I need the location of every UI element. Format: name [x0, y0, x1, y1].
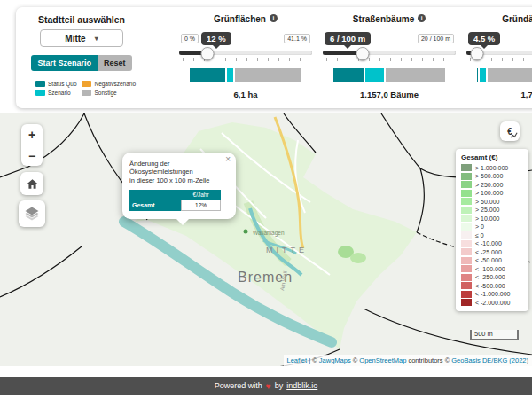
scenario-color-legend: Status Quo Negativszenario Szenario Sons… — [35, 81, 137, 96]
attribution-text: | © — [307, 356, 319, 364]
map-legend-swatch — [461, 291, 472, 298]
popup-table-corner — [129, 190, 182, 200]
map-legend-swatch — [461, 198, 472, 205]
map-legend-row: < -25.000 — [461, 248, 523, 255]
start-szenario-button[interactable]: Start Szenario — [31, 55, 98, 71]
status-quo-segment — [477, 68, 478, 82]
map-legend-title: Gesamt (€) — [461, 153, 523, 161]
map-legend-label: < -10.000 — [475, 240, 502, 246]
map: Wallanlagen MITTE Bremen Am Wall + − € G… — [0, 113, 532, 366]
map-legend-label: < -2.000.000 — [475, 300, 511, 306]
map-legend-row: < -100.000 — [461, 265, 523, 272]
district-selector-block: Stadtteil auswählen Mitte ▾ Start Szenar… — [27, 14, 137, 108]
legend-item: Szenario — [35, 90, 82, 96]
slider-track[interactable] — [323, 51, 456, 55]
map-legend-label: > 1.000.000 — [475, 165, 508, 171]
home-button[interactable] — [20, 172, 43, 195]
map-legend-swatch — [461, 207, 472, 214]
sonstige-segment — [386, 68, 445, 82]
attribution: Leaflet | © JawgMaps © OpenStreetMap con… — [284, 355, 532, 366]
slider-handle[interactable] — [471, 47, 484, 60]
map-legend-label: < -500.000 — [475, 283, 505, 289]
district-dropdown-value: Mitte — [65, 34, 85, 43]
park-patch — [350, 253, 366, 263]
map-legend-row: > 10.000 — [461, 215, 523, 222]
map-legend-row: > 1.000.000 — [461, 164, 523, 171]
slider-group: Straßenbäumei 6 / 100 m 20 / 100 m 1.157… — [323, 14, 456, 108]
map-legend-row: > 100.000 — [461, 190, 523, 197]
map-legend-label: ≤ 0 — [475, 232, 484, 239]
popup-table: €/Jahr Gesamt 12% — [129, 190, 221, 211]
slider-result-value: 6,1 ha — [179, 90, 312, 99]
map-legend-row: < -1.000.000 — [461, 291, 523, 298]
slider-group: Gründächeri 4.5 % 1,7 ha — [466, 14, 532, 108]
slider-min-label: 0 % — [181, 34, 199, 43]
legend-swatch — [82, 81, 91, 87]
slider-max-label: 41.1 % — [284, 34, 310, 43]
map-legend-label: < -100.000 — [475, 266, 505, 272]
leaflet-link[interactable]: Leaflet — [287, 356, 308, 364]
scale-bar: 500 m — [470, 330, 519, 340]
slider-track[interactable] — [466, 51, 532, 55]
slider-track[interactable] — [179, 51, 312, 55]
geobasis-link[interactable]: GeoBasis DE/BKG (2022) — [451, 356, 528, 364]
map-legend-row: < -50.000 — [461, 257, 523, 264]
info-icon[interactable]: i — [418, 14, 426, 22]
slider-handle[interactable] — [200, 47, 214, 60]
district-dropdown[interactable]: Mitte ▾ — [40, 29, 123, 47]
slider-group: Grünflächeni 0 % 12 % 41.1 % 6,1 ha — [179, 14, 312, 108]
map-canvas[interactable]: Wallanlagen MITTE Bremen Am Wall — [0, 113, 532, 366]
map-legend-swatch — [461, 231, 472, 239]
map-legend-row: > 50.000 — [461, 198, 523, 205]
layers-icon — [24, 206, 40, 222]
map-legend-row: < -250.000 — [461, 274, 523, 281]
zoom-out-button[interactable]: − — [21, 145, 43, 166]
info-icon[interactable]: i — [270, 14, 278, 22]
slider-max-label: 20 / 100 m — [418, 34, 454, 43]
map-legend-label: > 0 — [475, 223, 484, 230]
control-panel: Stadtteil auswählen Mitte ▾ Start Szenar… — [16, 7, 532, 108]
attribution-text: © — [351, 356, 360, 364]
home-icon — [26, 177, 39, 191]
reset-button[interactable]: Reset — [98, 55, 132, 71]
chart-icon — [510, 131, 518, 139]
footer-link[interactable]: indblik.io — [286, 381, 317, 390]
slider-value-tooltip: 4.5 % — [468, 32, 500, 45]
map-legend-label: > 500.000 — [475, 173, 503, 179]
map-legend-label: > 100.000 — [475, 190, 503, 196]
map-legend-label: < -1.000.000 — [475, 291, 511, 297]
popup-table-header: €/Jahr — [182, 190, 221, 200]
tree-icon — [244, 230, 248, 234]
legend-item: Sonstige — [82, 90, 137, 96]
slider-handle[interactable] — [356, 47, 370, 60]
osm-link[interactable]: OpenStreetMap — [359, 356, 406, 364]
euro-stats-button[interactable]: € — [500, 121, 520, 141]
map-legend-swatch — [461, 240, 472, 247]
slider-value-tooltip: 12 % — [201, 32, 231, 45]
map-legend-label: > 25.000 — [475, 207, 499, 213]
status-bar — [477, 68, 532, 82]
jawg-link[interactable]: JawgMaps — [319, 356, 351, 364]
layers-button[interactable] — [19, 200, 45, 227]
szenario-segment — [365, 68, 384, 82]
map-legend-row: > 500.000 — [461, 173, 523, 180]
map-legend-row: < -10.000 — [461, 240, 523, 247]
map-legend-swatch — [461, 223, 472, 231]
slider-result-value: 1,7 ha — [466, 90, 532, 99]
legend-label: Status Quo — [48, 81, 77, 87]
footer-text: Powered with — [215, 381, 262, 390]
map-legend-row: > 250.000 — [461, 181, 523, 188]
close-icon[interactable]: × — [225, 155, 231, 164]
map-legend-swatch — [461, 190, 472, 197]
map-legend-label: < -250.000 — [475, 274, 505, 280]
map-legend-label: > 10.000 — [475, 215, 499, 222]
map-legend-swatch — [461, 164, 472, 171]
map-legend-swatch — [461, 173, 472, 180]
legend-swatch — [35, 90, 45, 96]
attribution-text: contributors © — [406, 356, 451, 364]
zoom-in-button[interactable]: + — [21, 124, 43, 145]
map-legend-label: > 50.000 — [475, 199, 499, 205]
slider-result-value: 1.157,0 Bäume — [323, 90, 456, 99]
map-legend-swatch — [461, 248, 472, 255]
legend-swatch — [82, 90, 91, 96]
